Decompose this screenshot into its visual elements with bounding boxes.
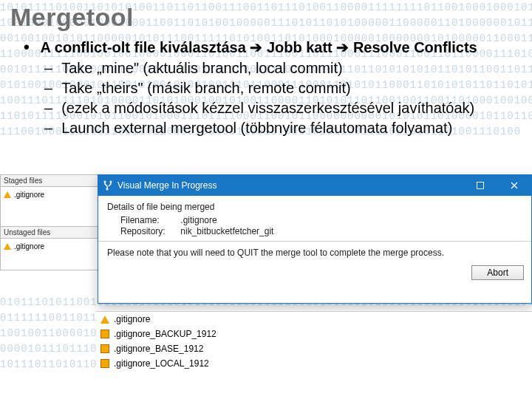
- merge-dialog: Visual Merge In Progress Details of file…: [98, 174, 532, 304]
- conflict-row[interactable]: .gitignore: [96, 311, 532, 327]
- abort-button[interactable]: Abort: [471, 265, 524, 280]
- warning-icon: [4, 243, 11, 250]
- file-warning-icon: [100, 359, 109, 368]
- divider: [98, 241, 531, 242]
- unstaged-files-panel: Unstaged files .gitignore: [0, 226, 103, 270]
- file-warning-icon: [100, 344, 109, 353]
- slide-title: Mergetool: [0, 0, 532, 32]
- warning-icon: [100, 316, 109, 324]
- unstaged-file-row[interactable]: .gitignore: [1, 239, 103, 253]
- svg-point-2: [106, 188, 109, 191]
- file-warning-icon: [100, 330, 109, 338]
- svg-rect-3: [477, 183, 484, 189]
- dialog-titlebar[interactable]: Visual Merge In Progress: [98, 175, 531, 196]
- repository-row: Repository: nik_bitbucketfetcher_git: [107, 226, 522, 236]
- conflict-row[interactable]: .gitignore_LOCAL_1912: [96, 356, 532, 371]
- svg-point-1: [110, 181, 112, 183]
- staged-files-header: Staged files: [1, 175, 103, 187]
- maximize-icon: [477, 182, 484, 189]
- main-bullet: A conflict-olt file kiválasztása ➔ Jobb …: [24, 36, 519, 58]
- staged-file-row[interactable]: .gitignore: [1, 187, 103, 202]
- slide-content: A conflict-olt file kiválasztása ➔ Jobb …: [0, 32, 532, 138]
- filename-row: Filename: .gitignore: [107, 215, 522, 225]
- screenshot-composite: Staged files .gitignore Unstaged files .…: [0, 174, 532, 396]
- arrow-icon: ➔: [336, 39, 349, 55]
- warning-icon: [4, 191, 11, 198]
- conflict-row[interactable]: .gitignore_BACKUP_1912: [96, 327, 532, 341]
- conflict-file-list: .gitignore .gitignore_BACKUP_1912 .gitig…: [96, 311, 532, 371]
- arrow-icon: ➔: [250, 39, 262, 55]
- sub-item: Launch external mergetool (többnyire fél…: [44, 118, 519, 138]
- sub-item: (ezek a módosítások kézzel visszaszerkes…: [44, 98, 519, 118]
- sub-item: Take „mine" (aktuális branch, local comm…: [44, 58, 519, 78]
- maximize-button[interactable]: [463, 175, 497, 196]
- svg-point-0: [104, 181, 106, 183]
- unstaged-files-header: Unstaged files: [1, 227, 103, 239]
- conflict-row[interactable]: .gitignore_BASE_1912: [96, 341, 532, 356]
- dialog-note: Please note that you will need to QUIT t…: [98, 248, 531, 262]
- dialog-group-title: Details of file being merged: [107, 202, 522, 212]
- sub-item: Take „theirs" (másik branch, remote comm…: [44, 78, 519, 98]
- close-button[interactable]: [497, 175, 531, 196]
- close-icon: [511, 182, 518, 189]
- dialog-title: Visual Merge In Progress: [117, 180, 217, 191]
- merge-icon: [103, 180, 113, 191]
